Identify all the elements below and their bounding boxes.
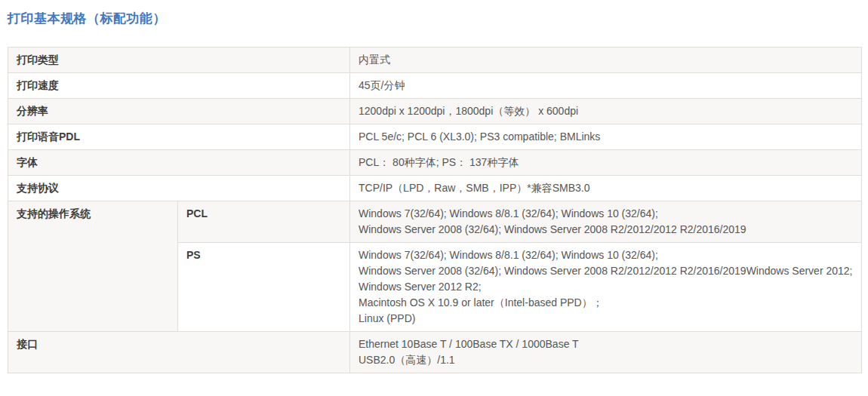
row-value: Ethernet 10Base T / 100Base TX / 1000Bas… bbox=[350, 332, 862, 373]
row-value: Windows 7(32/64); Windows 8/8.1 (32/64);… bbox=[350, 201, 862, 243]
page: 打印基本规格（标配功能） 打印类型内置式打印速度45页/分钟分辨率1200dpi… bbox=[0, 0, 868, 396]
section-title: 打印基本规格（标配功能） bbox=[8, 11, 861, 26]
row-value: Windows 7(32/64); Windows 8/8.1 (32/64);… bbox=[350, 243, 862, 332]
row-value: 内置式 bbox=[350, 48, 862, 73]
row-label: 打印语音PDL bbox=[8, 124, 350, 150]
table-row: 打印速度45页/分钟 bbox=[8, 73, 862, 99]
row-value: 45页/分钟 bbox=[350, 73, 862, 99]
row-value: PCL 5e/c; PCL 6 (XL3.0); PS3 compatible;… bbox=[350, 124, 862, 150]
row-label: 字体 bbox=[8, 150, 350, 176]
table-row: 打印语音PDLPCL 5e/c; PCL 6 (XL3.0); PS3 comp… bbox=[8, 124, 862, 150]
row-label: 支持协议 bbox=[8, 176, 350, 201]
table-row: 打印类型内置式 bbox=[8, 48, 862, 73]
row-value: TCP/IP（LPD，Raw，SMB，IPP）*兼容SMB3.0 bbox=[350, 176, 862, 201]
table-row: 支持的操作系统PCLWindows 7(32/64); Windows 8/8.… bbox=[8, 201, 862, 243]
row-sublabel: PS bbox=[178, 243, 350, 332]
row-sublabel: PCL bbox=[178, 201, 350, 243]
spec-table: 打印类型内置式打印速度45页/分钟分辨率1200dpi x 1200dpi，18… bbox=[8, 47, 862, 373]
row-label: 支持的操作系统 bbox=[8, 201, 178, 332]
table-row: 接口Ethernet 10Base T / 100Base TX / 1000B… bbox=[8, 332, 862, 373]
row-label: 打印速度 bbox=[8, 73, 350, 99]
spec-table-body: 打印类型内置式打印速度45页/分钟分辨率1200dpi x 1200dpi，18… bbox=[8, 48, 862, 373]
table-row: 分辨率1200dpi x 1200dpi，1800dpi（等效） x 600dp… bbox=[8, 99, 862, 124]
table-row: 支持协议TCP/IP（LPD，Raw，SMB，IPP）*兼容SMB3.0 bbox=[8, 176, 862, 201]
row-value: 1200dpi x 1200dpi，1800dpi（等效） x 600dpi bbox=[350, 99, 862, 124]
table-row: 字体PCL： 80种字体; PS： 137种字体 bbox=[8, 150, 862, 176]
row-label: 接口 bbox=[8, 332, 350, 373]
row-label: 分辨率 bbox=[8, 99, 350, 124]
row-label: 打印类型 bbox=[8, 48, 350, 73]
row-value: PCL： 80种字体; PS： 137种字体 bbox=[350, 150, 862, 176]
